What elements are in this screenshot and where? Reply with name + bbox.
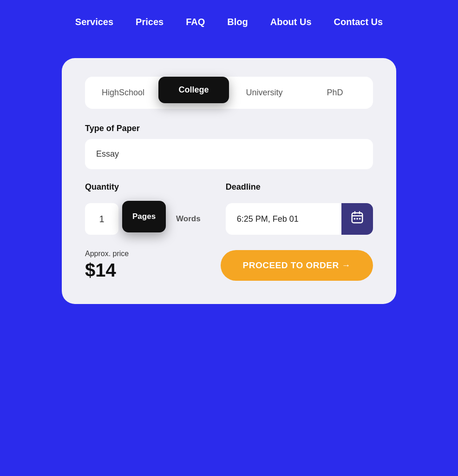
price-section: Approx. price $14 [85, 250, 129, 281]
quantity-value: 1 [85, 203, 118, 235]
nav-services[interactable]: Services [75, 17, 113, 27]
quantity-controls: 1 Pages Words [85, 203, 211, 235]
nav-blog[interactable]: Blog [227, 17, 248, 27]
quantity-deadline-row: Quantity 1 Pages Words Deadline 6:25 PM,… [85, 182, 373, 235]
tab-university[interactable]: University [229, 79, 300, 106]
unit-words-btn[interactable]: Words [166, 203, 211, 235]
deadline-label: Deadline [226, 182, 373, 192]
unit-toggle: Pages Words [122, 203, 211, 235]
unit-pages-btn[interactable]: Pages [122, 201, 166, 232]
approx-label: Approx. price [85, 250, 129, 258]
nav-about-us[interactable]: About Us [270, 17, 312, 27]
svg-point-2 [354, 218, 356, 219]
quantity-label: Quantity [85, 182, 211, 192]
tab-college[interactable]: College [158, 77, 229, 103]
proceed-to-order-button[interactable]: PROCEED TO ORDER → [221, 250, 373, 281]
nav-faq[interactable]: FAQ [186, 17, 205, 27]
level-tabs: HighSchool College University PhD [85, 77, 373, 109]
type-of-paper-label: Type of Paper [85, 124, 373, 133]
price-value: $14 [85, 260, 129, 281]
tab-highschool[interactable]: HighSchool [88, 79, 158, 106]
bottom-row: Approx. price $14 PROCEED TO ORDER → [85, 250, 373, 281]
calendar-icon [350, 211, 364, 228]
tab-phd[interactable]: PhD [300, 79, 370, 106]
calendar-button[interactable] [341, 203, 373, 235]
quantity-column: Quantity 1 Pages Words [85, 182, 211, 235]
deadline-column: Deadline 6:25 PM, Feb 01 [226, 182, 373, 235]
paper-type-input[interactable] [85, 139, 373, 169]
nav-contact-us[interactable]: Contact Us [334, 17, 383, 27]
deadline-value: 6:25 PM, Feb 01 [226, 203, 341, 235]
deadline-input-row: 6:25 PM, Feb 01 [226, 203, 373, 235]
order-card: HighSchool College University PhD Type o… [62, 58, 396, 304]
svg-point-3 [359, 218, 361, 219]
navigation: Services Prices FAQ Blog About Us Contac… [0, 0, 458, 44]
nav-prices[interactable]: Prices [136, 17, 164, 27]
svg-point-1 [356, 218, 358, 219]
